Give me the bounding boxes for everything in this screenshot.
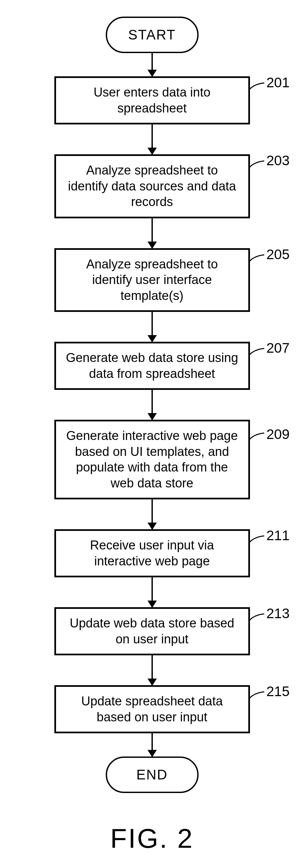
arrow-icon [151,218,153,248]
process-text: Analyze spreadsheet to identify data sou… [66,163,238,210]
process-text: Update web data store based on user inpu… [66,616,238,647]
ref-connector-icon [249,82,266,92]
process-box: Generate interactive web page based on U… [54,420,250,499]
ref-connector-icon [249,691,266,701]
process-step: Generate web data store using data from … [54,342,250,390]
process-step: User enters data into spreadsheet 201 [54,76,250,124]
reference-number: 207 [267,340,290,356]
reference-number: 209 [267,426,290,442]
arrow-icon [151,577,153,607]
process-text: Analyze spreadsheet to identify user int… [66,256,238,304]
process-step: Update web data store based on user inpu… [54,607,250,655]
process-text: Receive user input via interactive web p… [66,537,238,569]
process-box: User enters data into spreadsheet [54,76,250,124]
end-terminal: END [106,756,199,793]
process-box: Update spreadsheet data based on user in… [54,685,250,733]
reference-number: 201 [267,75,290,91]
reference-number: 203 [267,153,290,168]
arrow-icon [151,53,153,76]
arrow-icon [151,390,153,420]
process-step: Analyze spreadsheet to identify user int… [54,248,250,312]
arrow-icon [151,312,153,342]
process-box: Analyze spreadsheet to identify user int… [54,248,250,312]
process-step: Generate interactive web page based on U… [54,420,250,499]
end-label: END [136,767,168,783]
process-text: Update spreadsheet data based on user in… [66,693,238,725]
ref-connector-icon [249,432,266,442]
process-box: Update web data store based on user inpu… [54,607,250,655]
arrow-icon [151,499,153,529]
process-box: Generate web data store using data from … [54,342,250,390]
ref-connector-icon [249,348,266,358]
start-label: START [128,27,176,43]
ref-connector-icon [249,535,266,545]
ref-connector-icon [249,160,266,170]
reference-number: 213 [267,606,290,621]
flowchart-container: START User enters data into spreadsheet … [0,17,304,854]
figure-caption: FIG. 2 [110,823,194,854]
process-text: Generate web data store using data from … [66,350,238,381]
process-text: User enters data into spreadsheet [66,85,238,116]
arrow-icon [151,655,153,685]
process-box: Analyze spreadsheet to identify data sou… [54,154,250,218]
ref-connector-icon [249,254,266,264]
arrow-icon [151,124,153,154]
process-box: Receive user input via interactive web p… [54,529,250,577]
reference-number: 211 [267,528,290,544]
process-text: Generate interactive web page based on U… [66,428,238,491]
process-step: Analyze spreadsheet to identify data sou… [54,154,250,218]
reference-number: 215 [267,684,290,700]
process-step: Receive user input via interactive web p… [54,529,250,577]
ref-connector-icon [249,613,266,623]
start-terminal: START [106,17,199,53]
reference-number: 205 [267,247,290,262]
arrow-icon [151,733,153,756]
process-step: Update spreadsheet data based on user in… [54,685,250,733]
